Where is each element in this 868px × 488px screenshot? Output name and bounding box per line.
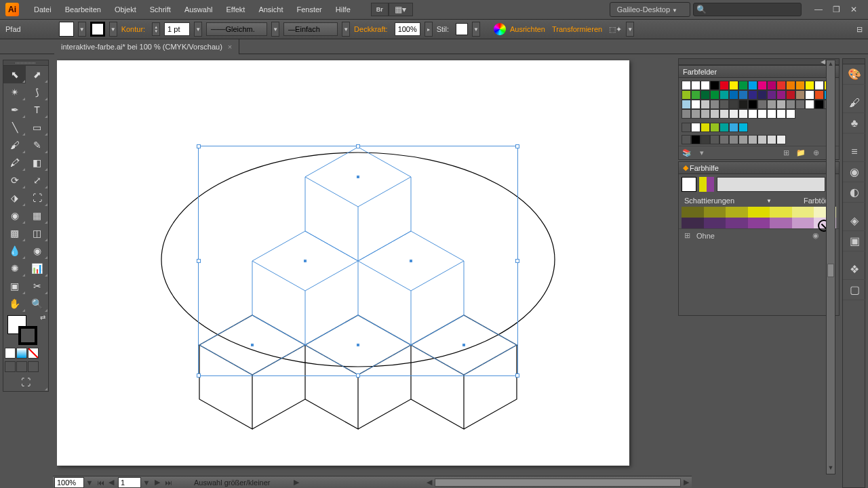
swatch[interactable] (738, 81, 748, 90)
swatch[interactable] (748, 109, 757, 119)
hand-tool[interactable]: ✋ (3, 295, 26, 312)
swatch[interactable] (729, 109, 738, 119)
nav-prev[interactable]: ◀ (106, 478, 117, 487)
swatch[interactable] (710, 109, 719, 119)
menu-hilfe[interactable]: Hilfe (329, 0, 357, 19)
swap-fill-stroke-icon[interactable]: ⇄ (40, 314, 45, 321)
swatch[interactable] (795, 100, 805, 109)
swatch[interactable] (729, 100, 738, 109)
nav-next[interactable]: ▶ (152, 478, 163, 487)
swatches-header[interactable]: Farbfelder ▾≡ (679, 66, 839, 78)
recolor-icon[interactable] (494, 23, 506, 35)
swatch[interactable] (738, 100, 748, 109)
fill-dd[interactable]: ▼ (78, 22, 86, 37)
swatch[interactable] (701, 81, 710, 90)
status-dd[interactable]: ▶ (291, 478, 302, 487)
pen-tool[interactable]: ✒ (3, 101, 26, 119)
swatch[interactable] (691, 100, 701, 109)
swatch[interactable] (748, 100, 757, 109)
free-transform-tool[interactable]: ⛶ (26, 189, 48, 207)
swatch[interactable] (710, 81, 719, 90)
swatch[interactable] (786, 109, 795, 119)
new-swatch-icon[interactable]: ⊕ (810, 148, 821, 159)
shades-dd[interactable]: ▼ (766, 198, 772, 204)
stroke-swatch[interactable] (90, 22, 105, 37)
swatch-options-icon[interactable]: ⊞ (781, 148, 791, 159)
transform-link[interactable]: Transformieren (552, 25, 605, 33)
swatch[interactable] (748, 81, 757, 90)
swatch[interactable] (767, 109, 776, 119)
dock-collapse[interactable]: ◀◀× (678, 58, 840, 65)
swatch[interactable] (719, 109, 729, 119)
style-dd[interactable]: ▼ (472, 22, 480, 37)
new-group-icon[interactable]: 📁 (795, 148, 806, 159)
nav-first[interactable]: ⏮ (95, 478, 106, 487)
swatch[interactable] (701, 90, 710, 100)
swatch[interactable] (805, 90, 814, 100)
swatch[interactable] (738, 90, 748, 100)
color-panel-icon[interactable]: 🎨 (843, 64, 866, 85)
swatch[interactable] (757, 81, 767, 90)
swatch[interactable] (719, 90, 729, 100)
folder-icon[interactable] (682, 123, 691, 132)
swatch[interactable] (786, 90, 795, 100)
swatch[interactable] (757, 109, 767, 119)
stroke-panel-icon[interactable]: ≡ (843, 142, 866, 162)
eraser-tool[interactable]: ◧ (26, 154, 48, 171)
lasso-tool[interactable]: ⟆ (26, 83, 48, 101)
isolate-icon[interactable]: ⬚✦ (609, 25, 622, 34)
arrange-docs-button[interactable]: ▦▾ (389, 3, 413, 16)
close-button[interactable]: ✕ (845, 3, 863, 16)
selection-bounds[interactable] (198, 146, 518, 376)
swatch[interactable] (776, 90, 786, 100)
line-tool[interactable]: ╲ (3, 119, 26, 136)
edit-colors-icon[interactable]: ◉ (810, 230, 821, 241)
draw-behind[interactable] (16, 361, 27, 372)
artboard-tool[interactable]: ▣ (3, 277, 26, 295)
fill-stroke-control[interactable]: ⇄ (3, 312, 48, 346)
mesh-tool[interactable]: ▩ (3, 224, 26, 242)
magic-wand-tool[interactable]: ✴ (3, 83, 26, 101)
menu-effekt[interactable]: Effekt (219, 0, 252, 19)
stroke-weight-dd[interactable]: ▼ (194, 22, 202, 37)
swatch[interactable] (814, 90, 824, 100)
menu-datei[interactable]: Datei (27, 0, 58, 19)
menu-auswahl[interactable]: Auswahl (178, 0, 220, 19)
artboard-nav-input[interactable] (118, 477, 141, 488)
swatch[interactable] (805, 81, 814, 90)
swatch[interactable] (682, 100, 691, 109)
zoom-input[interactable] (54, 477, 84, 488)
hscroll-left[interactable]: ◀ (424, 478, 435, 487)
brush-dd[interactable]: — Einfach (283, 22, 338, 36)
swatch[interactable] (729, 90, 738, 100)
perspective-tool[interactable]: ▦ (26, 207, 48, 224)
swatch[interactable] (767, 90, 776, 100)
blob-brush-tool[interactable]: 🖍 (3, 154, 26, 171)
search-box[interactable]: 🔍 (693, 3, 802, 16)
vscroll-up[interactable]: ▲ (827, 60, 835, 70)
style-swatch[interactable] (456, 23, 468, 35)
swatch[interactable] (682, 109, 691, 119)
minimize-button[interactable]: — (810, 3, 827, 16)
artboard[interactable] (57, 60, 629, 466)
swatch[interactable] (719, 81, 729, 90)
transparency-panel-icon[interactable]: ◐ (843, 182, 866, 203)
swatch[interactable] (767, 81, 776, 90)
menu-fenster[interactable]: Fenster (290, 0, 328, 19)
limit-lib-icon[interactable]: ⊞ (682, 230, 692, 241)
swatch[interactable] (757, 90, 767, 100)
dash-profile-dd[interactable]: ─── Gleichm. (206, 22, 267, 36)
swatch[interactable] (682, 90, 691, 100)
eyedropper-tool[interactable]: 💧 (3, 242, 26, 260)
screen-mode[interactable]: ⛶ (3, 373, 48, 391)
shade-tint-grid[interactable] (679, 207, 839, 228)
artboard-nav-dd[interactable]: ▼ (141, 478, 152, 487)
scale-tool[interactable]: ⤢ (26, 171, 48, 189)
selection-tool[interactable]: ⬉ (3, 66, 26, 83)
width-tool[interactable]: ⬗ (3, 189, 26, 207)
swatch[interactable] (701, 100, 710, 109)
swatch[interactable] (795, 81, 805, 90)
control-menu-icon[interactable]: ⊟ (856, 25, 863, 34)
dock-grip[interactable] (843, 59, 865, 64)
swatch[interactable] (738, 109, 748, 119)
